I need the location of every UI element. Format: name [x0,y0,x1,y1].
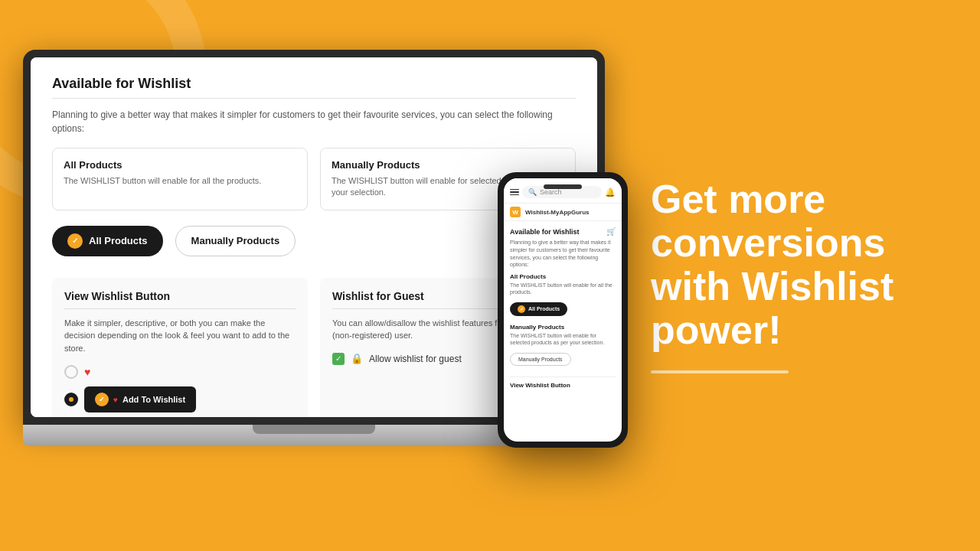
phone-screen: 🔍 Search 🔔 W Wishlist-MyAppGurus [504,178,622,442]
checkmark-icon: ✓ [67,233,83,249]
promo-title: Get more conversions with Wishlist power… [651,178,942,353]
radio-circle-1 [64,365,78,379]
phone-content: Available for Wishlist 🛒 Planning to giv… [504,221,622,395]
phone-manually-desc: The WISHLIST button will enable for sele… [510,332,616,346]
phone-search-icon: 🔍 [528,188,537,196]
view-wishlist-title: View Wishlist Button [64,290,296,302]
phone-all-products-title: All Products [510,273,616,280]
hamburger-icon[interactable] [510,189,519,196]
view-wishlist-section: View Wishlist Button Make it simpler, de… [52,278,308,417]
all-products-button[interactable]: ✓ All Products [52,226,163,256]
phone-app-name: Wishlist-MyAppGurus [525,209,589,216]
guest-checkbox-label: Allow wishlist for guest [369,354,462,364]
available-title: Available for Wishlist [52,76,576,92]
phone-btn-check: ✓ [518,305,525,313]
phone-search-placeholder: Search [540,188,562,196]
phone-divider [510,377,616,377]
guest-checkbox[interactable]: ✓ [332,353,345,365]
phone-available-desc: Planning to give a better way that makes… [510,239,616,269]
phone-mockup: 🔍 Search 🔔 W Wishlist-MyAppGurus [498,172,628,448]
btn-check-icon: ✓ [95,393,109,406]
manually-products-button[interactable]: Manually Products [175,226,296,256]
btn-heart-icon: ♥ [113,396,118,404]
phone-manually-btn[interactable]: Manually Products [510,353,571,366]
heart-icon: ♥ [84,366,90,378]
laptop-mockup: Available for Wishlist Planning to give … [23,50,605,478]
manually-products-card-title: Manually Products [332,159,564,171]
phone-bell-icon[interactable]: 🔔 [605,187,616,197]
btn-add-to-wishlist-label: Add To Wishlist [122,395,185,404]
left-section: Available for Wishlist Planning to give … [0,0,628,551]
right-section: Get more conversions with Wishlist power… [628,0,980,551]
radio-circle-2-selected [64,393,78,406]
view-wishlist-divider [64,308,296,309]
all-products-card: All Products The WISHLIST button will en… [52,148,308,210]
radio-options: ♥ ✓ ♥ Add To Wishlist [64,365,296,417]
section-divider-1 [52,98,576,99]
phone-nav: W Wishlist-MyAppGurus [504,204,622,221]
phone-view-title: View Wishlist Button [510,382,616,389]
promo-divider [651,370,789,373]
phone-cart-icon: 🛒 [606,227,616,236]
all-products-card-desc: The WISHLIST button will enable for all … [64,175,296,187]
radio-btn-option[interactable]: ✓ ♥ Add To Wishlist [64,386,296,412]
all-products-card-title: All Products [64,159,296,171]
phone-logo: W [510,207,521,217]
phone-outer: 🔍 Search 🔔 W Wishlist-MyAppGurus [498,172,628,448]
laptop-notch [253,425,375,434]
phone-available-title: Available for Wishlist 🛒 [510,227,616,236]
wishlist-btn-preview: ✓ ♥ Add To Wishlist [84,386,196,412]
phone-all-products-desc: The WISHLIST button will enable for all … [510,282,616,295]
phone-header: 🔍 Search 🔔 [504,178,622,204]
phone-manually-title: Manually Products [510,324,616,331]
view-wishlist-desc: Make it simpler, descriptive, or both yo… [64,317,296,355]
radio-heart-option[interactable]: ♥ [64,365,296,379]
phone-all-products-btn[interactable]: ✓ All Products [510,302,567,316]
lock-icon: 🔒 [351,353,363,364]
phone-notch [544,184,582,189]
available-description: Planning to give a better way that makes… [52,108,576,135]
